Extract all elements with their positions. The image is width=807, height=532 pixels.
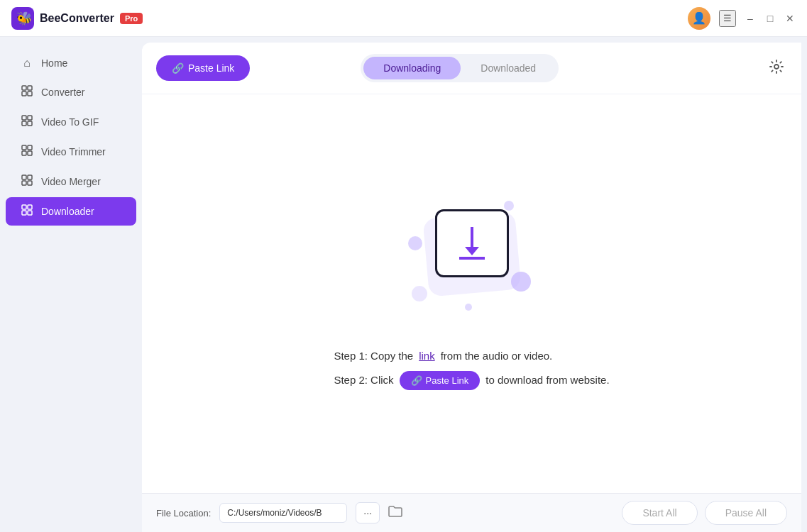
- step2-text-after: to download from website.: [485, 370, 609, 391]
- dot2: [504, 201, 514, 211]
- step2-link-icon: 🔗: [411, 375, 422, 386]
- svg-rect-20: [22, 211, 26, 215]
- svg-rect-18: [22, 205, 26, 209]
- svg-point-22: [774, 65, 779, 69]
- downloader-icon: [20, 204, 34, 218]
- svg-rect-2: [22, 86, 26, 90]
- svg-rect-12: [22, 151, 26, 155]
- step1-row: Step 1: Copy the link from the audio or …: [334, 345, 609, 367]
- trimmer-icon: [20, 145, 34, 159]
- sidebar-item-video-to-gif[interactable]: Video To GIF: [6, 108, 136, 136]
- folder-button[interactable]: [388, 505, 402, 521]
- arrow-base: [459, 257, 485, 260]
- arrow-shaft: [471, 227, 473, 247]
- sidebar-item-label-downloader: Downloader: [41, 206, 94, 217]
- svg-rect-15: [28, 175, 32, 179]
- pro-badge: Pro: [120, 13, 143, 24]
- settings-button[interactable]: [766, 56, 787, 81]
- sidebar-item-converter[interactable]: Converter: [6, 78, 136, 106]
- tab-group: Downloading Downloaded: [361, 54, 559, 82]
- svg-rect-14: [22, 175, 26, 179]
- step2-row: Step 2: Click 🔗 Paste Link to download f…: [334, 370, 609, 391]
- svg-rect-3: [28, 86, 32, 90]
- sidebar-item-label-home: Home: [41, 57, 67, 69]
- sidebar-item-label-merger: Video Merger: [41, 176, 101, 187]
- home-icon: ⌂: [20, 57, 34, 70]
- svg-text:🐝: 🐝: [16, 11, 33, 26]
- empty-state: Step 1: Copy the link from the audio or …: [142, 94, 801, 493]
- svg-rect-4: [22, 92, 26, 96]
- minimize-button[interactable]: –: [745, 13, 756, 24]
- footer: File Location: ··· Start All Pause All: [142, 493, 801, 532]
- link-icon: 🔗: [172, 62, 184, 74]
- main-layout: ⌂ Home Converter Video To GIF Video Trim…: [0, 37, 807, 532]
- arrow-head: [465, 247, 479, 255]
- sidebar-item-downloader[interactable]: Downloader: [6, 197, 136, 226]
- app-logo: 🐝: [11, 7, 34, 30]
- svg-rect-9: [28, 121, 32, 126]
- sidebar-item-home[interactable]: ⌂ Home: [6, 50, 136, 77]
- close-button[interactable]: ✕: [784, 13, 796, 24]
- title-bar-left: 🐝 BeeConverter Pro: [11, 7, 143, 30]
- title-bar-right: 👤 ☰ – □ ✕: [688, 7, 796, 30]
- file-path-input[interactable]: [219, 503, 347, 523]
- tab-downloaded[interactable]: Downloaded: [461, 57, 556, 79]
- step1-text-before: Step 1: Copy the: [334, 345, 413, 367]
- svg-rect-11: [28, 145, 32, 150]
- tab-downloading[interactable]: Downloading: [363, 57, 461, 79]
- sidebar-item-label-gif: Video To GIF: [41, 116, 99, 128]
- video-gif-icon: [20, 115, 34, 129]
- svg-rect-6: [22, 116, 26, 120]
- dots-button[interactable]: ···: [356, 502, 380, 523]
- converter-icon: [20, 85, 34, 99]
- step2-text-before: Step 2: Click: [334, 370, 393, 391]
- menu-button[interactable]: ☰: [719, 10, 736, 27]
- download-arrow: [459, 227, 485, 260]
- sidebar: ⌂ Home Converter Video To GIF Video Trim…: [0, 37, 142, 532]
- dot3: [412, 286, 427, 301]
- sidebar-item-video-merger[interactable]: Video Merger: [6, 167, 136, 196]
- content-header: 🔗 Paste Link Downloading Downloaded: [142, 43, 801, 94]
- title-bar: 🐝 BeeConverter Pro 👤 ☰ – □ ✕: [0, 0, 807, 37]
- download-illustration: [401, 194, 543, 321]
- step1-link-text: link: [419, 345, 435, 367]
- download-icon-box: [435, 209, 509, 277]
- content-area: 🔗 Paste Link Downloading Downloaded: [142, 43, 801, 532]
- footer-actions: Start All Pause All: [622, 501, 787, 525]
- svg-rect-7: [28, 116, 32, 120]
- dot4: [511, 272, 531, 292]
- user-avatar[interactable]: 👤: [688, 7, 710, 30]
- svg-rect-21: [28, 211, 32, 215]
- svg-rect-16: [22, 181, 26, 185]
- svg-rect-8: [22, 121, 26, 126]
- merger-icon: [20, 174, 34, 189]
- start-all-button[interactable]: Start All: [622, 501, 697, 525]
- svg-rect-5: [28, 92, 32, 96]
- sidebar-item-video-trimmer[interactable]: Video Trimmer: [6, 138, 136, 166]
- pause-all-button[interactable]: Pause All: [705, 501, 787, 525]
- app-title: BeeConverter: [40, 12, 114, 25]
- svg-rect-10: [22, 145, 26, 150]
- file-location-label: File Location:: [156, 508, 211, 519]
- step2-paste-link-button[interactable]: 🔗 Paste Link: [400, 371, 481, 390]
- instructions: Step 1: Copy the link from the audio or …: [334, 343, 609, 394]
- svg-rect-13: [28, 151, 32, 155]
- step1-text-after: from the audio or video.: [441, 345, 553, 367]
- dot1: [408, 236, 422, 250]
- svg-rect-19: [28, 205, 32, 209]
- sidebar-item-label-converter: Converter: [41, 87, 84, 98]
- svg-rect-17: [28, 181, 32, 185]
- sidebar-item-label-trimmer: Video Trimmer: [41, 146, 106, 157]
- maximize-button[interactable]: □: [764, 13, 776, 24]
- paste-link-button[interactable]: 🔗 Paste Link: [156, 55, 250, 81]
- dot5: [465, 304, 472, 311]
